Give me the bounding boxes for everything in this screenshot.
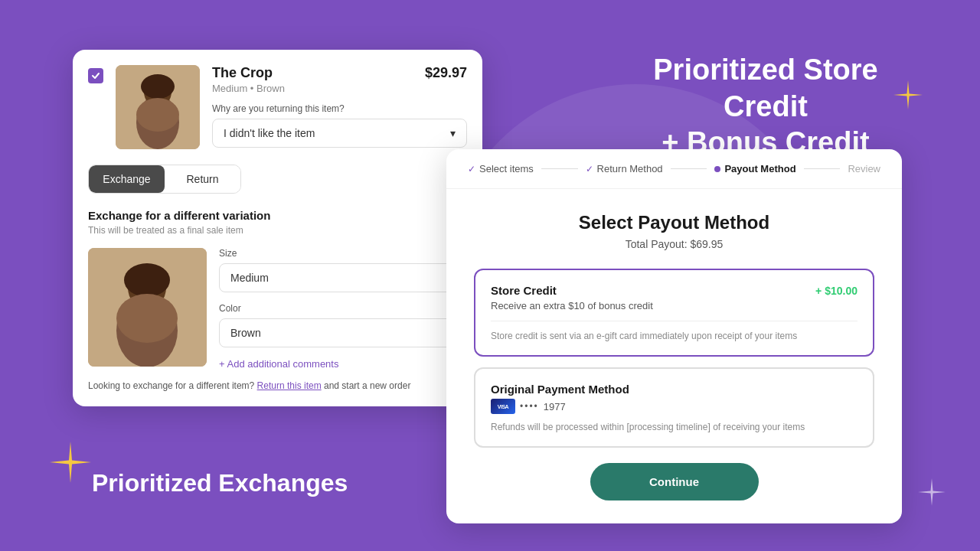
item-price: $29.97 (425, 65, 467, 81)
sparkle-icon-bottom-right (918, 478, 946, 509)
item-image (116, 65, 200, 149)
step-divider-1 (541, 168, 578, 169)
visa-icon: VISA (491, 399, 515, 414)
color-label: Color (219, 303, 467, 314)
headline-line1: Prioritized Store Credit (653, 54, 878, 122)
card-dots: •••• (520, 401, 539, 412)
exchange-card: The Crop $29.97 Medium • Brown Why are y… (73, 50, 482, 406)
step-payout-method: Payout Method (714, 163, 795, 174)
svg-point-4 (136, 98, 179, 132)
option-divider (491, 321, 858, 321)
step-divider-2 (671, 168, 707, 169)
prioritized-exchanges-label: Prioritized Exchanges (92, 469, 348, 497)
return-tab[interactable]: Return (165, 165, 240, 193)
exchange-section-title: Exchange for a different variation (88, 209, 467, 222)
continue-button[interactable]: Continue (590, 463, 759, 500)
payout-total: Total Payout: $69.95 (474, 238, 874, 250)
store-credit-subtitle: Receive an extra $10 of bonus credit (491, 300, 858, 311)
return-reason-label: Why are you returning this item? (212, 103, 467, 114)
svg-point-3 (141, 74, 175, 99)
original-payment-name: Original Payment Method (491, 383, 629, 396)
steps-header: ✓ Select items ✓ Return Method Payout Me… (446, 149, 902, 189)
product-options: Size Medium Color Brown + Add additional… (219, 248, 467, 370)
check-icon-1: ✓ (468, 164, 475, 174)
reason-select[interactable]: I didn't like the item ▾ (212, 119, 467, 148)
original-payment-top: Original Payment Method (491, 383, 858, 396)
step-1-label: Select items (479, 163, 534, 174)
step-return-method: ✓ Return Method (586, 163, 663, 174)
payout-content: Select Payout Method Total Payout: $69.9… (446, 189, 902, 523)
tab-group: Exchange Return (88, 165, 241, 194)
step-divider-3 (804, 168, 841, 169)
store-credit-option[interactable]: Store Credit + $10.00 Receive an extra $… (474, 269, 874, 357)
step-2-label: Return Method (597, 163, 663, 174)
item-name-row: The Crop $29.97 (212, 65, 467, 81)
payout-card: ✓ Select items ✓ Return Method Payout Me… (446, 149, 902, 523)
store-credit-name: Store Credit (491, 284, 557, 297)
footer-prefix: Looking to exchange for a different item… (88, 380, 254, 391)
bottom-left-text: Prioritized Exchanges (92, 469, 348, 497)
chevron-down-icon: ▾ (450, 127, 456, 139)
check-icon-2: ✓ (586, 164, 593, 174)
step-3-label: Payout Method (724, 163, 795, 174)
sparkle-icon-bottom-left (50, 442, 91, 486)
store-credit-note: Store credit is sent via an e-gift card … (491, 331, 858, 341)
exchange-content: Size Medium Color Brown + Add additional… (88, 248, 467, 370)
reason-value: I didn't like the item (224, 127, 315, 139)
svg-point-9 (116, 294, 178, 343)
product-image-large (88, 248, 207, 367)
payout-title: Select Payout Method (474, 212, 874, 233)
original-payment-note: Refunds will be processed within [proces… (491, 422, 858, 432)
headline-text: Prioritized Store Credit + Bonus Credit (620, 52, 911, 161)
item-checkbox[interactable] (88, 68, 103, 83)
store-credit-bonus: + $10.00 (815, 285, 858, 297)
original-payment-option[interactable]: Original Payment Method VISA •••• 1977 R… (474, 367, 874, 448)
footer-suffix: and start a new order (324, 380, 410, 391)
exchange-subtitle: This will be treated as a final sale ite… (88, 225, 467, 236)
payment-icon-row: VISA •••• 1977 (491, 399, 858, 414)
size-input[interactable]: Medium (219, 263, 467, 292)
active-dot (714, 166, 720, 172)
exchange-footer: Looking to exchange for a different item… (88, 380, 467, 391)
step-select-items: ✓ Select items (468, 163, 534, 174)
item-info: The Crop $29.97 Medium • Brown Why are y… (212, 65, 467, 148)
item-row: The Crop $29.97 Medium • Brown Why are y… (88, 65, 467, 149)
step-4-label: Review (848, 163, 880, 174)
item-name: The Crop (212, 65, 273, 81)
size-label: Size (219, 248, 467, 259)
card-last4: 1977 (544, 401, 566, 412)
exchange-tab[interactable]: Exchange (89, 165, 165, 193)
item-variant: Medium • Brown (212, 83, 467, 94)
add-comments-link[interactable]: + Add additional comments (219, 358, 467, 370)
color-input[interactable]: Brown (219, 318, 467, 347)
return-item-link[interactable]: Return this item (257, 380, 322, 391)
step-review: Review (848, 163, 880, 174)
svg-point-8 (124, 263, 170, 297)
store-credit-top: Store Credit + $10.00 (491, 284, 858, 297)
